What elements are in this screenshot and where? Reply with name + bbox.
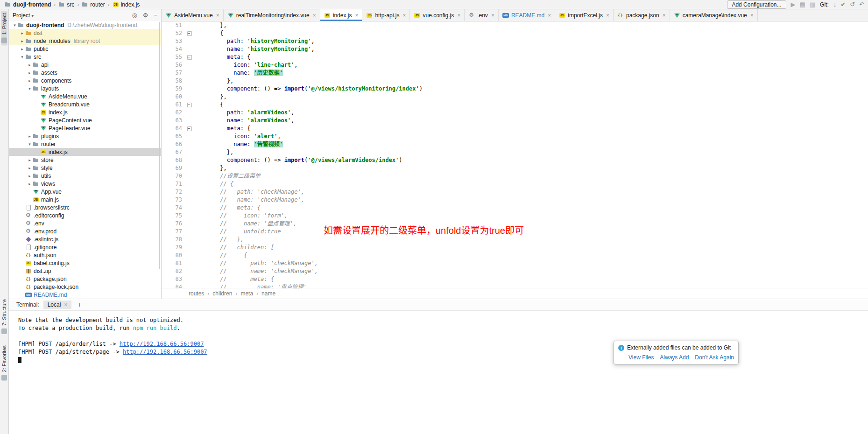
hide-panel-icon[interactable]: − bbox=[154, 12, 157, 18]
close-icon[interactable] bbox=[457, 12, 460, 19]
close-icon[interactable] bbox=[355, 12, 358, 19]
tree-item[interactable]: ▾layouts bbox=[9, 84, 161, 92]
update-project-icon[interactable]: ↓ bbox=[833, 1, 837, 7]
breadcrumb-item[interactable]: children bbox=[212, 290, 232, 297]
rollback-icon[interactable]: ↶ bbox=[859, 1, 864, 7]
tree-item[interactable]: .env bbox=[9, 219, 161, 227]
chevron-down-icon[interactable]: ▾ bbox=[27, 86, 33, 91]
profiler-icon[interactable]: ▥ bbox=[810, 1, 815, 7]
editor-tab[interactable]: importExcel.js bbox=[555, 9, 614, 21]
project-panel-title[interactable]: Project bbox=[13, 12, 34, 19]
chevron-right-icon[interactable]: ▸ bbox=[27, 182, 33, 186]
chevron-right-icon[interactable]: ▸ bbox=[19, 47, 25, 51]
tree-item[interactable]: package.json bbox=[9, 275, 161, 283]
editor-tab[interactable]: AsideMenu.vue bbox=[162, 9, 224, 21]
close-icon[interactable] bbox=[64, 301, 67, 308]
tree-item[interactable]: .editorconfig bbox=[9, 211, 161, 219]
close-icon[interactable] bbox=[216, 12, 219, 19]
tree-item[interactable]: App.vue bbox=[9, 188, 161, 196]
chevron-down-icon[interactable]: ▾ bbox=[19, 55, 25, 59]
editor-tab[interactable]: vue.config.js bbox=[410, 9, 465, 21]
chevron-down-icon[interactable]: ▾ bbox=[12, 23, 18, 28]
locate-file-icon[interactable]: ◎ bbox=[132, 12, 137, 18]
tree-item[interactable]: index.js bbox=[9, 148, 161, 156]
fold-icon[interactable] bbox=[186, 29, 194, 37]
history-icon[interactable]: ↺ bbox=[850, 1, 855, 7]
editor-tab[interactable]: index.js bbox=[320, 9, 363, 21]
editor-tab[interactable]: realTimeMonitoring\index.vue bbox=[224, 9, 320, 21]
tree-item[interactable]: package-lock.json bbox=[9, 283, 161, 291]
coverage-icon[interactable]: ▤ bbox=[800, 1, 805, 7]
fold-icon[interactable] bbox=[186, 125, 194, 133]
breadcrumb-item[interactable]: routes bbox=[189, 290, 204, 297]
tree-item[interactable]: ▸assets bbox=[9, 69, 161, 77]
tree-item[interactable]: auth.json bbox=[9, 251, 161, 259]
close-icon[interactable] bbox=[548, 12, 551, 19]
fold-icon[interactable] bbox=[186, 53, 194, 61]
tree-item[interactable]: README.md bbox=[9, 291, 161, 299]
tree-item[interactable]: ▸node_moduleslibrary root bbox=[9, 37, 161, 45]
terminal-output[interactable]: Note that the development build is not o… bbox=[9, 311, 868, 364]
editor-tab[interactable]: README.md bbox=[499, 9, 555, 21]
terminal-link[interactable]: http://192.168.66.56:9007 bbox=[120, 341, 204, 347]
tool-button-7-structure[interactable]: 7: Structure bbox=[1, 297, 7, 336]
tree-item[interactable]: ▸style bbox=[9, 164, 161, 172]
tree-item[interactable]: dist.zip bbox=[9, 267, 161, 275]
close-icon[interactable] bbox=[663, 12, 666, 19]
chevron-right-icon[interactable]: ▸ bbox=[27, 166, 33, 170]
close-icon[interactable] bbox=[750, 12, 754, 19]
chevron-down-icon[interactable]: ▾ bbox=[27, 142, 33, 147]
notification-action[interactable]: Always Add bbox=[660, 354, 689, 361]
notification-action[interactable]: View Files bbox=[628, 354, 654, 361]
tool-button-1-project[interactable]: 1: Project bbox=[1, 11, 7, 45]
close-icon[interactable] bbox=[491, 12, 494, 19]
chevron-right-icon[interactable]: ▸ bbox=[27, 78, 33, 83]
terminal-link[interactable]: http://192.168.66.56:9007 bbox=[123, 349, 207, 355]
tree-item[interactable]: ▸components bbox=[9, 77, 161, 84]
breadcrumb-item[interactable]: router bbox=[81, 1, 106, 8]
close-icon[interactable] bbox=[606, 12, 609, 19]
add-configuration-button[interactable]: Add Configuration... bbox=[727, 0, 786, 9]
tree-item[interactable]: ▸public bbox=[9, 45, 161, 53]
chevron-right-icon[interactable]: ▸ bbox=[27, 63, 33, 67]
tree-item[interactable]: ▸plugins bbox=[9, 132, 161, 140]
tree-item[interactable]: .browserslistrc bbox=[9, 203, 161, 211]
breadcrumb-item[interactable]: meta bbox=[240, 290, 253, 297]
breadcrumb-item[interactable]: index.js bbox=[112, 1, 141, 8]
chevron-right-icon[interactable]: ▸ bbox=[27, 134, 33, 139]
tree-item[interactable]: index.js bbox=[9, 108, 161, 116]
tree-item[interactable]: babel.config.js bbox=[9, 259, 161, 267]
chevron-right-icon[interactable]: ▸ bbox=[19, 31, 25, 35]
run-icon[interactable]: ▶ bbox=[791, 1, 796, 7]
tree-item[interactable]: PageHeader.vue bbox=[9, 124, 161, 132]
chevron-right-icon[interactable]: ▸ bbox=[27, 70, 33, 75]
tree-item[interactable]: ▸dist bbox=[9, 29, 161, 37]
tree-item[interactable]: main.js bbox=[9, 196, 161, 203]
notification-action[interactable]: Don't Ask Again bbox=[695, 354, 734, 361]
editor-tab[interactable]: cameraManage\index.vue bbox=[670, 9, 758, 21]
close-icon[interactable] bbox=[313, 12, 316, 19]
tree-item[interactable]: ▾src bbox=[9, 53, 161, 61]
chevron-right-icon[interactable]: ▸ bbox=[27, 158, 33, 162]
project-scrollbar[interactable] bbox=[159, 22, 160, 269]
breadcrumb-item[interactable]: name bbox=[261, 290, 275, 297]
fold-icon[interactable] bbox=[186, 101, 194, 109]
close-icon[interactable] bbox=[402, 12, 406, 19]
tree-item[interactable]: ▸views bbox=[9, 180, 161, 188]
settings-icon[interactable]: ⚙ bbox=[143, 12, 148, 18]
tree-item[interactable]: AsideMenu.vue bbox=[9, 92, 161, 100]
tree-item[interactable]: ▸api bbox=[9, 61, 161, 69]
tree-item[interactable]: .eslintrc.js bbox=[9, 235, 161, 243]
code-area[interactable]: 51 },52 {53 path: 'historyMonitoring',54… bbox=[162, 21, 868, 288]
chevron-right-icon[interactable]: ▸ bbox=[19, 39, 25, 43]
tree-item[interactable]: .gitignore bbox=[9, 243, 161, 251]
tree-item[interactable]: ▸utils bbox=[9, 172, 161, 180]
breadcrumb-item[interactable]: duoji-frontend bbox=[4, 1, 52, 8]
add-terminal-button[interactable]: + bbox=[76, 301, 83, 308]
commit-icon[interactable]: ✔ bbox=[840, 1, 846, 7]
chevron-right-icon[interactable]: ▸ bbox=[27, 174, 33, 178]
tree-item[interactable]: PageContent.vue bbox=[9, 116, 161, 124]
tree-item[interactable]: ▾router bbox=[9, 140, 161, 148]
tree-item[interactable]: Breadcrumb.vue bbox=[9, 100, 161, 108]
tree-item[interactable]: .env.prod bbox=[9, 227, 161, 235]
